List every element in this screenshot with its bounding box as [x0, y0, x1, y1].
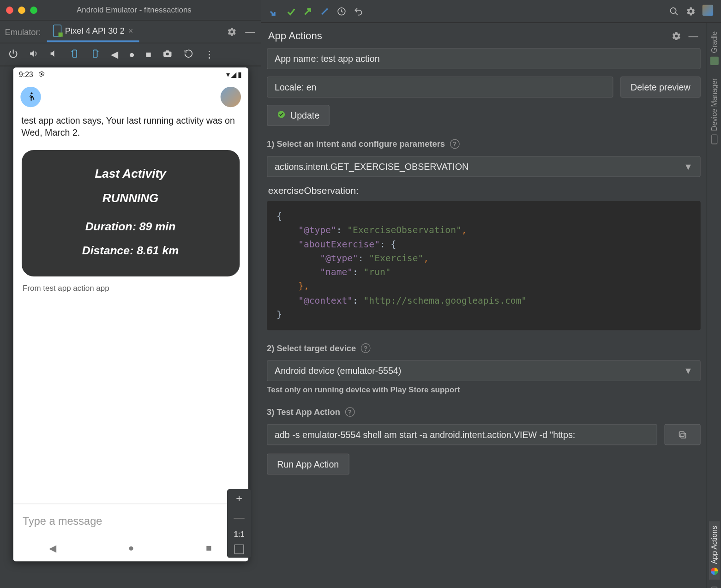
svg-rect-11 [679, 432, 684, 436]
apply-icon[interactable] [282, 6, 300, 16]
android-navbar: ◀ ● ■ [13, 535, 248, 561]
wifi-icon: ▾ [226, 71, 230, 79]
screenshot-icon[interactable] [162, 48, 173, 60]
undo-icon[interactable] [350, 6, 367, 16]
help-icon[interactable]: ? [450, 139, 459, 149]
right-gutter: Gradle Device Manager App Actions [707, 23, 721, 588]
svg-point-3 [41, 73, 42, 75]
zoom-fit-icon[interactable] [234, 545, 244, 554]
assistant-input-area[interactable]: Type a message [13, 504, 248, 535]
profile-icon[interactable] [699, 5, 716, 18]
app-avatar[interactable] [20, 87, 41, 107]
assistant-response-text: test app action says, Your last running … [13, 112, 248, 150]
svg-rect-10 [681, 433, 685, 438]
gutter-tab-emulator[interactable] [710, 583, 718, 588]
locale-field[interactable]: Locale: en [267, 77, 613, 98]
svg-point-4 [30, 92, 32, 94]
more-icon[interactable]: ⋮ [204, 49, 214, 60]
device-selected-value: Android device (emulator-5554) [275, 366, 401, 376]
phone-icon [53, 25, 61, 37]
delete-preview-button[interactable]: Delete preview [620, 77, 701, 98]
assistant-input-placeholder[interactable]: Type a message [23, 515, 238, 528]
adb-command-field[interactable]: adb -s emulator-5554 shell am start -a a… [267, 424, 657, 445]
assistant-icon [710, 567, 718, 575]
app-actions-panel: App Actions — App name: test app action … [261, 23, 707, 588]
copy-command-button[interactable] [664, 424, 700, 445]
emulator-window-title: Android Emulator - fitnessactions [13, 6, 255, 15]
device-dropdown[interactable]: Android device (emulator-5554) ▼ [267, 360, 701, 381]
emulator-tab-bar: Emulator: Pixel 4 API 30 2 × — [0, 20, 261, 43]
chevron-down-icon: ▼ [684, 162, 692, 172]
intent-selected-value: actions.intent.GET_EXERCISE_OBSERVATION [275, 162, 469, 172]
zoom-controls: + — 1:1 [227, 489, 251, 558]
ide-main-area: App Actions — App name: test app action … [261, 0, 721, 588]
emulator-settings-icon[interactable] [226, 25, 238, 37]
power-icon[interactable] [8, 48, 18, 60]
rotate-left-icon[interactable] [70, 48, 79, 61]
emulator-window: Android Emulator - fitnessactions Emulat… [0, 0, 261, 588]
step-into-icon[interactable] [266, 6, 283, 16]
emulator-titlebar: Android Emulator - fitnessactions [0, 0, 261, 20]
emulator-toolbar: ◀ ● ■ ⋮ [0, 43, 261, 66]
svg-rect-0 [72, 50, 77, 57]
intent-dropdown[interactable]: actions.intent.GET_EXERCISE_OBSERVATION … [267, 156, 701, 177]
overview-icon[interactable]: ■ [145, 49, 151, 60]
step-out-icon[interactable] [300, 6, 317, 16]
signal-icon: ◢ [231, 71, 236, 79]
search-icon[interactable] [666, 6, 683, 16]
volume-down-icon[interactable] [49, 48, 59, 60]
ide-settings-icon[interactable] [683, 6, 700, 16]
svg-point-8 [670, 8, 676, 13]
phone-screen: 9:23 ▾ ◢ ▮ test app action says, Yo [13, 67, 248, 561]
assistant-header [13, 82, 248, 112]
help-icon[interactable]: ? [345, 407, 354, 417]
step-2-label: 2) Select target device ? [267, 343, 701, 353]
svg-point-2 [166, 52, 169, 55]
close-tab-icon[interactable]: × [128, 26, 133, 36]
activity-card: Last Activity RUNNING Duration: 89 min D… [21, 150, 239, 276]
svg-point-6 [326, 8, 328, 10]
panel-title: App Actions [268, 30, 322, 42]
rotate-right-icon[interactable] [90, 48, 100, 61]
parameter-label: exerciseObservation: [268, 186, 701, 196]
card-title: Last Activity [27, 167, 233, 180]
panel-minimize-icon[interactable]: — [687, 30, 699, 42]
json-editor[interactable]: { "@type": "ExerciseObservation", "about… [267, 201, 701, 330]
zoom-out-icon[interactable]: — [234, 511, 244, 524]
zoom-in-icon[interactable]: + [236, 492, 242, 505]
device-hint: Test only on running device with Play St… [267, 385, 701, 394]
app-name-field[interactable]: App name: test app action [267, 48, 701, 69]
chevron-down-icon: ▼ [684, 366, 692, 376]
step-1-label: 1) Select an intent and configure parame… [267, 139, 701, 149]
home-icon[interactable]: ● [129, 49, 135, 60]
ide-toolbar [261, 0, 721, 23]
card-activity-type: RUNNING [27, 191, 233, 205]
card-duration: Duration: 89 min [27, 220, 233, 233]
history-icon[interactable] [333, 6, 350, 16]
profile-avatar[interactable] [220, 87, 240, 107]
panel-settings-icon[interactable] [670, 30, 682, 42]
check-circle-icon [277, 110, 285, 120]
emulator-tab-bar-label: Emulator: [5, 27, 41, 36]
android-statusbar: 9:23 ▾ ◢ ▮ [13, 67, 248, 82]
back-icon[interactable]: ◀ [111, 49, 118, 60]
nav-back-icon[interactable]: ◀ [49, 542, 56, 554]
gutter-tab-app-actions[interactable]: App Actions [709, 521, 719, 579]
window-close-icon[interactable] [6, 6, 13, 14]
sync-icon[interactable] [316, 6, 333, 16]
svg-rect-1 [93, 50, 97, 57]
statusbar-clock: 9:23 [19, 71, 33, 79]
run-app-action-button[interactable]: Run App Action [267, 454, 349, 475]
nav-home-icon[interactable]: ● [128, 543, 134, 553]
gutter-tab-gradle[interactable]: Gradle [709, 26, 719, 70]
volume-up-icon[interactable] [29, 48, 39, 60]
update-button[interactable]: Update [267, 105, 330, 126]
emulator-device-tab[interactable]: Pixel 4 API 30 2 × [47, 21, 139, 42]
emulator-minimize-icon[interactable]: — [244, 25, 256, 37]
emulator-tab-name: Pixel 4 API 30 2 [65, 26, 125, 36]
record-icon[interactable] [184, 48, 193, 60]
help-icon[interactable]: ? [361, 343, 371, 353]
nav-overview-icon[interactable]: ■ [206, 543, 212, 553]
gutter-tab-device-manager[interactable]: Device Manager [709, 73, 719, 149]
zoom-ratio-button[interactable]: 1:1 [234, 530, 245, 538]
